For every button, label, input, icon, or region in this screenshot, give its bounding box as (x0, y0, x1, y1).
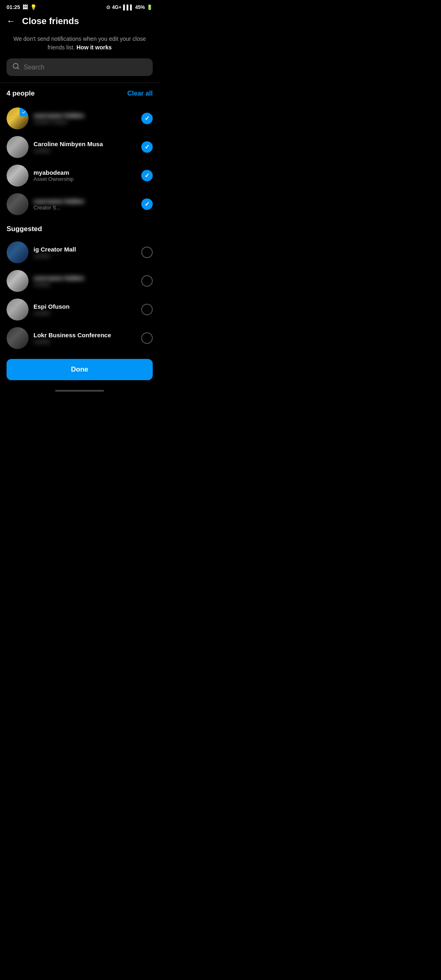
checkmark-icon: ✓ (145, 172, 150, 179)
checkmark-icon: ✓ (145, 200, 150, 208)
search-input[interactable] (24, 64, 147, 71)
select-checkbox[interactable]: ✓ (141, 113, 153, 124)
person-username: myabodeam (33, 169, 136, 176)
person-username: ig Creator Mall (33, 246, 136, 253)
close-friends-section-header: 4 people Clear all (0, 89, 159, 104)
status-right: ⊙ 4G+ ▌▌▌ 45% 🔋 (106, 4, 153, 10)
section-divider (0, 82, 159, 83)
person-subtitle: Creator S... (33, 205, 136, 211)
back-button[interactable]: ← (7, 16, 16, 27)
person-info: myabodeam Asset Ownership (33, 169, 136, 182)
select-checkbox[interactable]: ✓ (141, 198, 153, 210)
person-info: username hidden subtitle hidden (33, 112, 136, 125)
select-checkbox[interactable] (141, 275, 153, 287)
avatar (7, 193, 29, 215)
home-indicator (0, 387, 159, 393)
avatar (7, 241, 29, 263)
time-display: 01:25 (7, 4, 20, 10)
how-it-works-link[interactable]: How it works (76, 44, 111, 51)
person-info: username hidden Creator S... (33, 198, 136, 211)
story-indicator (20, 107, 29, 116)
person-username: username hidden (33, 112, 136, 119)
person-subtitle: subtitle (33, 339, 136, 345)
person-username: Caroline Nimbyen Musa (33, 140, 136, 147)
battery-label: 45% (135, 4, 145, 10)
suggested-label: Suggested (7, 225, 42, 233)
person-username: username hidden (33, 274, 136, 281)
search-icon (12, 62, 20, 72)
avatar (7, 165, 29, 187)
person-username: Espi Ofuson (33, 303, 136, 310)
select-checkbox[interactable] (141, 304, 153, 315)
list-item[interactable]: username hidden Creator S... ✓ (7, 190, 153, 218)
list-item[interactable]: Lokr Business Conference subtitle (7, 324, 153, 352)
list-item[interactable]: username hidden subtitle (7, 267, 153, 295)
status-bar: 01:25 🖼 💡 ⊙ 4G+ ▌▌▌ 45% 🔋 (0, 0, 159, 13)
select-checkbox[interactable]: ✓ (141, 170, 153, 181)
person-info: ig Creator Mall subtitle (33, 246, 136, 259)
search-bar[interactable] (7, 58, 153, 76)
checkmark-icon: ✓ (145, 143, 150, 151)
avatar (7, 327, 29, 349)
person-subtitle: subtitle (33, 281, 136, 287)
person-subtitle: subtitle (33, 310, 136, 316)
person-info: Caroline Nimbyen Musa subtitle (33, 140, 136, 154)
battery-icon: 🔋 (147, 4, 153, 10)
select-checkbox[interactable] (141, 247, 153, 258)
avatar (7, 270, 29, 292)
avatar (7, 298, 29, 321)
done-button[interactable]: Done (7, 359, 153, 380)
search-container (0, 58, 159, 82)
svg-line-1 (17, 67, 18, 69)
done-button-container: Done (0, 352, 159, 387)
person-subtitle: Asset Ownership (33, 176, 136, 182)
page-header: ← Close friends (0, 13, 159, 31)
close-friends-list: username hidden subtitle hidden ✓ Caroli… (0, 104, 159, 218)
person-username: Lokr Business Conference (33, 332, 136, 339)
person-info: Espi Ofuson subtitle (33, 303, 136, 316)
avatar (7, 136, 29, 158)
list-item[interactable]: username hidden subtitle hidden ✓ (7, 104, 153, 133)
select-checkbox[interactable]: ✓ (141, 141, 153, 153)
photo-icon: 🖼 (22, 4, 28, 10)
location-icon: 💡 (30, 4, 37, 10)
info-text-block: We don't send notifications when you edi… (0, 31, 159, 58)
page-title: Close friends (22, 16, 79, 27)
signal-icon: ▌▌▌ (123, 4, 134, 10)
clear-all-button[interactable]: Clear all (127, 90, 153, 97)
person-subtitle: subtitle hidden (33, 119, 136, 125)
person-username: username hidden (33, 198, 136, 205)
people-count: 4 people (7, 89, 35, 98)
status-left: 01:25 🖼 💡 (7, 4, 37, 10)
person-info: Lokr Business Conference subtitle (33, 332, 136, 345)
network-label: 4G+ (112, 4, 121, 10)
person-subtitle: subtitle (33, 253, 136, 259)
person-info: username hidden subtitle (33, 274, 136, 287)
suggested-list: ig Creator Mall subtitle username hidden… (0, 238, 159, 352)
home-bar (55, 390, 104, 392)
checkmark-icon: ✓ (145, 115, 150, 122)
list-item[interactable]: ig Creator Mall subtitle (7, 238, 153, 267)
list-item[interactable]: Caroline Nimbyen Musa subtitle ✓ (7, 133, 153, 161)
select-checkbox[interactable] (141, 332, 153, 344)
suggested-section-header: Suggested (0, 218, 159, 238)
avatar (7, 107, 29, 129)
list-item[interactable]: Espi Ofuson subtitle (7, 295, 153, 324)
person-subtitle: subtitle (33, 147, 136, 154)
wifi-icon: ⊙ (106, 4, 110, 10)
list-item[interactable]: myabodeam Asset Ownership ✓ (7, 161, 153, 190)
